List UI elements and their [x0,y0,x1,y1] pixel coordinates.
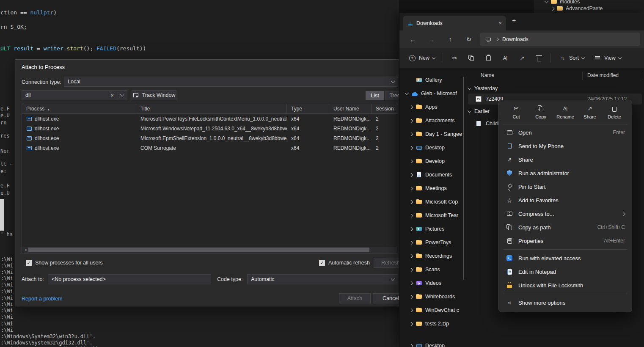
sidebar-item[interactable]: Videos [399,276,463,290]
chevron-icon[interactable] [405,91,409,95]
code-type-combobox[interactable]: Automatic [247,274,398,284]
menu-item[interactable]: Compress to... [499,207,632,220]
quick-action-button[interactable]: Delete [604,105,625,119]
attach-button[interactable]: Attach [339,293,371,303]
sidebar-item[interactable]: Apps [399,100,463,114]
sidebar-item[interactable]: Pictures [399,222,463,236]
chevron-down-icon[interactable] [468,109,471,113]
clear-filter-icon[interactable] [109,92,115,98]
menu-item[interactable]: Send to My Phone [499,139,632,153]
sidebar-item[interactable]: Meetings [399,182,463,195]
chevron-icon[interactable] [409,322,413,326]
connection-type-combobox[interactable]: Local [64,77,398,87]
back-button[interactable] [404,32,422,47]
column-header-process[interactable]: Process [22,104,136,113]
column-header-name[interactable]: Name [481,72,494,78]
quick-action-button[interactable]: Copy [530,105,551,119]
track-window-button[interactable]: Track Window [132,90,176,100]
menu-item[interactable]: Copy as path Ctrl+Shift+C [499,220,632,234]
process-row[interactable]: dllhost.exe Microsoft.WindowsNotepad_11.… [22,124,398,133]
sidebar-item[interactable]: Develop [399,154,463,168]
chevron-icon[interactable] [409,281,413,285]
checkbox-checked-icon[interactable] [26,260,32,266]
sidebar-item[interactable]: Gallery [399,73,463,87]
tree-item[interactable]: modules [534,0,644,5]
process-filter-input[interactable]: dll [22,90,127,100]
column-header-date-modified[interactable]: Date modified [587,72,619,78]
chevron-icon[interactable] [409,118,413,123]
chevron-icon[interactable] [409,344,413,347]
chevron-icon[interactable] [409,213,413,218]
sidebar-item[interactable]: Day 1 - Sangee [399,127,463,141]
sidebar-item[interactable]: WinDevChat c [399,303,463,317]
sidebar-item[interactable]: Documents [399,168,463,182]
menu-item[interactable]: Open Enter [499,126,632,139]
tab-downloads[interactable]: Downloads × [403,16,506,30]
chevron-icon[interactable] [409,173,413,177]
chevron-icon[interactable] [545,0,549,3]
checkbox-checked-icon[interactable] [319,260,325,266]
column-header-username[interactable]: User Name [329,104,372,113]
sidebar-item[interactable]: Whiteboards [399,290,463,303]
menu-item[interactable]: Add to Favorites [499,193,632,207]
column-header-title[interactable]: Title [136,104,287,113]
vertical-scrollbar[interactable] [463,77,464,280]
menu-item[interactable]: Run as administrator [499,166,632,180]
menu-item[interactable]: Pin to Start [499,180,632,193]
paste-button[interactable] [481,51,496,65]
sidebar-item[interactable]: Recordings [399,249,463,263]
scroll-left-arrow-icon[interactable]: ◂ [22,248,28,252]
breadcrumb[interactable]: Downloads [502,36,528,42]
copy-button[interactable] [464,51,479,65]
quick-action-button[interactable]: Share [579,105,600,119]
scrollbar-thumb[interactable] [28,248,369,252]
forward-button[interactable] [422,32,441,47]
chevron-icon[interactable] [409,267,413,272]
process-row[interactable]: dllhost.exe Microsoft.EpmShellExtension_… [22,133,398,143]
chevron-icon[interactable] [409,240,413,245]
new-button[interactable]: New [405,51,439,65]
sidebar-item-desktop-pinned[interactable]: Desktop [399,339,463,347]
new-tab-button[interactable]: + [512,17,516,25]
sidebar-item[interactable]: Gleb - Microsof [399,87,463,100]
sidebar-item[interactable]: Desktop [399,141,463,154]
menu-item[interactable]: Edit in Notepad [499,265,632,278]
attach-to-input[interactable]: <No process selected> [48,274,211,284]
sidebar-item[interactable]: Microsoft Tear [399,209,463,222]
refresh-button[interactable] [460,32,478,47]
sidebar-item[interactable]: tests 2.zip [399,317,463,330]
delete-button[interactable] [531,51,547,65]
column-header-session[interactable]: Session [372,104,398,113]
menu-item[interactable]: Properties Alt+Enter [499,234,632,248]
chevron-icon[interactable] [409,186,413,190]
rename-button[interactable] [498,51,513,65]
menu-item[interactable]: Show more options [499,296,632,309]
close-tab-icon[interactable]: × [498,20,502,26]
process-row[interactable]: dllhost.exe Microsoft.PowerToys.FileLock… [22,114,398,124]
show-all-users-checkbox[interactable]: Show processes for all users [26,260,103,266]
chevron-icon[interactable] [409,227,413,231]
chevron-icon[interactable] [409,159,413,163]
horizontal-scrollbar[interactable]: ◂ [22,247,397,253]
group-header-earlier[interactable]: Earlier [468,106,490,116]
menu-item[interactable]: Share [499,153,632,166]
view-button[interactable]: View [590,51,625,65]
chevron-down-icon[interactable] [468,86,471,90]
sidebar-item[interactable]: PowerToys [399,236,463,249]
report-a-problem-link[interactable]: Report a problem [22,296,63,302]
menu-item[interactable]: Run with elevated access [499,251,632,265]
automatic-refresh-checkbox[interactable]: Automatic refresh [319,260,370,266]
chevron-icon[interactable] [550,6,555,11]
tree-item[interactable]: AdvancedPaste [534,5,644,12]
menu-item[interactable]: Unlock with File Locksmith [499,278,632,292]
share-button[interactable] [515,51,530,65]
sidebar-item[interactable]: Scans [399,263,463,276]
chevron-icon[interactable] [409,295,413,299]
chevron-icon[interactable] [409,146,413,150]
column-header-type[interactable]: Type [287,104,329,113]
process-row[interactable]: dllhost.exe COM Surrogate x64 REDMOND\gk… [22,143,398,153]
chevron-icon[interactable] [409,132,413,136]
cut-button[interactable] [447,51,462,65]
chevron-icon[interactable] [409,105,413,109]
list-view-toggle[interactable]: List [366,91,384,100]
